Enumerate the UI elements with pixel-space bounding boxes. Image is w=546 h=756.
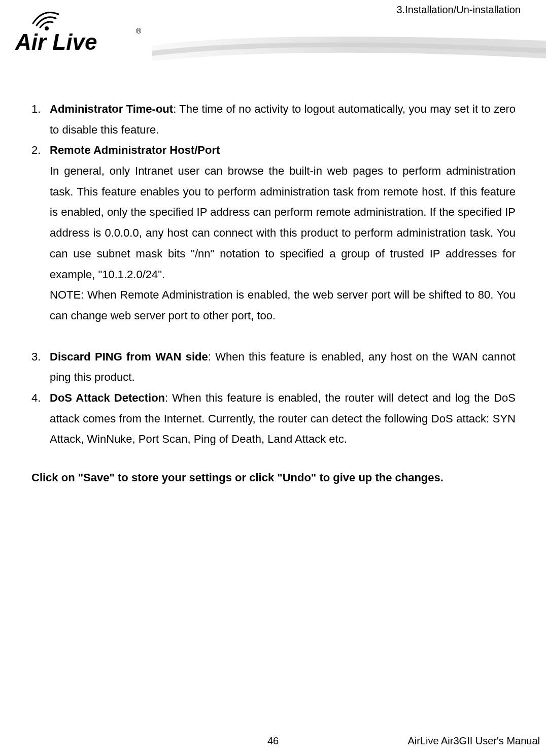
airlive-logo-icon: Air Live ® [15,4,142,60]
list-body: Remote Administrator Host/Port In genera… [50,140,516,326]
save-undo-note: Click on "Save" to store your settings o… [31,469,516,486]
list-item: 2. Remote Administrator Host/Port In gen… [31,140,516,326]
breadcrumb: 3.Installation/Un-installation [396,4,521,16]
footer-manual-title: AirLive Air3GII User's Manual [407,735,540,747]
page-header: 3.Installation/Un-installation Air Live … [0,0,546,81]
item-note: NOTE: When Remote Administration is enab… [50,285,516,326]
list-number: 1. [31,99,50,140]
list-item: 4. DoS Attack Detection: When this featu… [31,388,516,450]
list-number: 4. [31,388,50,450]
item-title: Administrator Time-out [50,103,173,115]
list-item: 1. Administrator Time-out: The time of n… [31,99,516,140]
item-title: Remote Administrator Host/Port [50,144,220,156]
list-body: Discard PING from WAN side: When this fe… [50,347,516,388]
item-text: In general, only Intranet user can brows… [50,161,516,285]
svg-text:Air Live: Air Live [15,29,97,54]
list-body: Administrator Time-out: The time of no a… [50,99,516,140]
header-banner-swoosh [152,25,546,71]
page-content: 1. Administrator Time-out: The time of n… [0,81,546,486]
svg-text:®: ® [136,27,142,35]
airlive-logo: Air Live ® [15,4,142,60]
list-number: 3. [31,347,50,388]
swoosh-icon [152,25,546,71]
list-item: 3. Discard PING from WAN side: When this… [31,347,516,388]
page-number: 46 [267,735,279,747]
list-number: 2. [31,140,50,326]
list-body: DoS Attack Detection: When this feature … [50,388,516,450]
item-title: DoS Attack Detection [50,391,165,404]
item-title: Discard PING from WAN side [50,350,208,363]
